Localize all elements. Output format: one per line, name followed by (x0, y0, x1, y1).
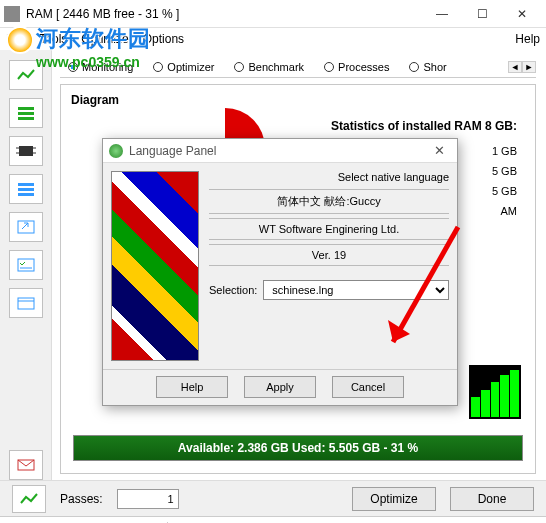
tab-short[interactable]: Shor (401, 59, 454, 75)
status-bar: Ready... Uptime - 02:08:34 (0, 516, 546, 523)
svg-rect-2 (18, 117, 34, 120)
tab-processes[interactable]: Processes (316, 59, 397, 75)
language-dialog: Language Panel ✕ Select native language … (102, 138, 458, 406)
window-title: RAM [ 2446 MB free - 31 % ] (26, 7, 422, 21)
radio-icon (68, 62, 78, 72)
tab-nav-right[interactable]: ► (522, 61, 536, 73)
minimize-button[interactable]: — (422, 0, 462, 28)
svg-rect-9 (18, 188, 34, 191)
menubar: File Tools Optimize Options Help (0, 28, 546, 50)
done-button[interactable]: Done (450, 487, 534, 511)
sidebar-btn-mail[interactable] (9, 450, 43, 480)
chart-line-icon (16, 67, 36, 83)
sidebar-btn-2[interactable] (9, 98, 43, 128)
rows-icon (16, 181, 36, 197)
radio-icon (153, 62, 163, 72)
bottom-bar: Passes: Optimize Done (0, 480, 546, 516)
radio-icon (409, 62, 419, 72)
dialog-apply-button[interactable]: Apply (244, 376, 316, 398)
dialog-titlebar: Language Panel ✕ (103, 139, 457, 163)
chart-line-icon (19, 491, 39, 507)
svg-rect-3 (19, 146, 33, 156)
dialog-line3: Ver. 19 (209, 244, 449, 266)
sidebar-btn-4[interactable] (9, 174, 43, 204)
available-bar: Available: 2.386 GB Used: 5.505 GB - 31 … (73, 435, 523, 461)
stat-row: AM (492, 201, 517, 221)
sidebar-btn-7[interactable] (9, 288, 43, 318)
svg-rect-14 (18, 298, 34, 309)
menu-options[interactable]: Options (143, 32, 184, 46)
sidebar-btn-1[interactable] (9, 60, 43, 90)
svg-rect-12 (18, 259, 34, 271)
menu-help[interactable]: Help (515, 32, 540, 46)
flags-image-icon (111, 171, 199, 361)
stats-list: 1 GB 5 GB 5 GB AM (492, 141, 517, 221)
tab-monitoring[interactable]: Monitoring (60, 59, 141, 75)
bar-graph-icon (469, 365, 521, 419)
svg-rect-10 (18, 193, 34, 196)
menu-file[interactable]: File (6, 32, 25, 46)
dialog-title: Language Panel (129, 144, 427, 158)
chip-icon (16, 143, 36, 159)
close-button[interactable]: ✕ (502, 0, 542, 28)
sidebar (0, 50, 52, 480)
radio-icon (324, 62, 334, 72)
dialog-close-button[interactable]: ✕ (427, 143, 451, 158)
dialog-line1: 简体中文 献给:Guccy (209, 189, 449, 214)
sidebar-btn-6[interactable] (9, 250, 43, 280)
app-icon (4, 6, 20, 22)
dialog-line2: WT Software Enginering Ltd. (209, 218, 449, 240)
list-icon (16, 105, 36, 121)
stat-row: 5 GB (492, 181, 517, 201)
sidebar-btn-3[interactable] (9, 136, 43, 166)
checklist-icon (16, 257, 36, 273)
sidebar-btn-5[interactable] (9, 212, 43, 242)
mail-icon (16, 457, 36, 473)
titlebar: RAM [ 2446 MB free - 31 % ] — ☐ ✕ (0, 0, 546, 28)
diagram-label: Diagram (71, 93, 525, 107)
svg-rect-8 (18, 183, 34, 186)
svg-rect-0 (18, 107, 34, 110)
radio-icon (234, 62, 244, 72)
dialog-cancel-button[interactable]: Cancel (332, 376, 404, 398)
stats-title: Statistics of installed RAM 8 GB: (331, 119, 517, 133)
globe-icon (109, 144, 123, 158)
tabs: Monitoring Optimizer Benchmark Processes… (60, 56, 536, 78)
calendar-icon (16, 295, 36, 311)
passes-label: Passes: (60, 492, 103, 506)
optimize-button[interactable]: Optimize (352, 487, 436, 511)
svg-rect-1 (18, 112, 34, 115)
maximize-button[interactable]: ☐ (462, 0, 502, 28)
passes-input[interactable] (117, 489, 179, 509)
dialog-help-button[interactable]: Help (156, 376, 228, 398)
tab-nav-left[interactable]: ◄ (508, 61, 522, 73)
shortcut-icon (16, 219, 36, 235)
dialog-hint: Select native language (338, 171, 449, 183)
tab-benchmark[interactable]: Benchmark (226, 59, 312, 75)
bottom-icon[interactable] (12, 485, 46, 513)
selection-dropdown[interactable]: schinese.lng (263, 280, 449, 300)
tab-optimizer[interactable]: Optimizer (145, 59, 222, 75)
menu-optimize[interactable]: Optimize (81, 32, 128, 46)
selection-label: Selection: (209, 284, 257, 296)
stat-row: 1 GB (492, 141, 517, 161)
menu-tools[interactable]: Tools (39, 32, 67, 46)
stat-row: 5 GB (492, 161, 517, 181)
